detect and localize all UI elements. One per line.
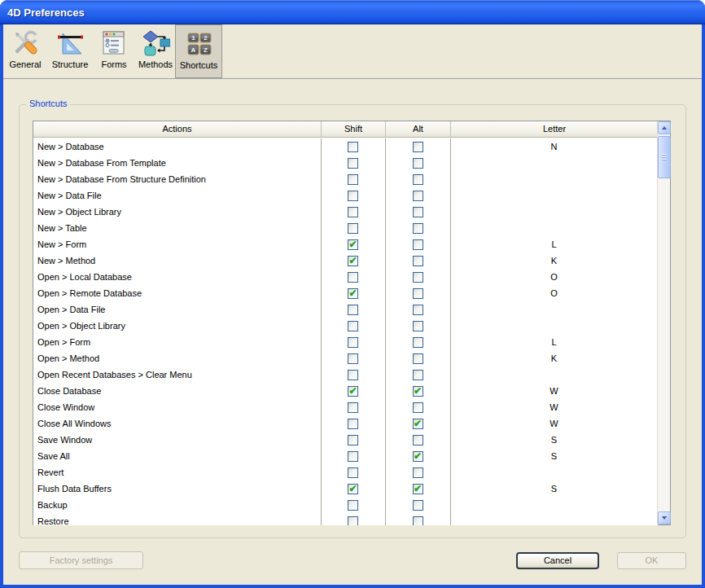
alt-checkbox[interactable] bbox=[413, 158, 423, 169]
table-row[interactable]: New > Form L bbox=[33, 236, 658, 252]
ok-button[interactable]: OK bbox=[617, 552, 686, 569]
table-row[interactable]: New > Database From Template bbox=[33, 155, 658, 171]
scroll-up-button[interactable] bbox=[658, 121, 671, 134]
scrollbar-thumb[interactable] bbox=[658, 136, 671, 178]
column-header-shift[interactable]: Shift bbox=[321, 121, 385, 137]
shift-checkbox[interactable] bbox=[348, 321, 358, 331]
shift-checkbox[interactable] bbox=[348, 288, 358, 299]
row-letter[interactable]: O bbox=[450, 288, 658, 298]
shift-checkbox[interactable] bbox=[348, 402, 358, 413]
shift-checkbox[interactable] bbox=[348, 353, 358, 364]
alt-checkbox[interactable] bbox=[413, 321, 423, 331]
shift-checkbox[interactable] bbox=[348, 419, 358, 429]
tab-structure[interactable]: Structure bbox=[46, 24, 94, 78]
row-letter[interactable]: W bbox=[450, 419, 658, 428]
alt-checkbox[interactable] bbox=[413, 272, 423, 283]
row-letter[interactable]: N bbox=[450, 142, 658, 151]
shift-checkbox[interactable] bbox=[348, 239, 358, 250]
table-row[interactable]: New > Data File bbox=[33, 187, 658, 204]
table-row[interactable]: New > Table bbox=[33, 220, 658, 236]
alt-checkbox[interactable] bbox=[413, 484, 423, 494]
row-letter[interactable]: L bbox=[450, 239, 658, 249]
alt-checkbox[interactable] bbox=[413, 353, 423, 364]
shift-checkbox[interactable] bbox=[348, 142, 358, 152]
table-row[interactable]: Flush Data Buffers S bbox=[33, 480, 658, 497]
table-row[interactable]: Close All Windows W bbox=[33, 415, 658, 432]
table-row[interactable]: Save All S bbox=[33, 448, 658, 464]
shift-checkbox[interactable] bbox=[348, 370, 358, 380]
row-letter[interactable]: S bbox=[450, 451, 658, 461]
shift-checkbox[interactable] bbox=[348, 386, 358, 397]
alt-checkbox[interactable] bbox=[413, 370, 423, 380]
table-row[interactable]: Open > Remote Database O bbox=[33, 285, 658, 301]
alt-checkbox[interactable] bbox=[413, 223, 423, 234]
shift-checkbox[interactable] bbox=[348, 484, 358, 494]
alt-checkbox[interactable] bbox=[413, 467, 423, 478]
table-row[interactable]: Restore bbox=[33, 513, 658, 525]
row-letter[interactable]: K bbox=[450, 353, 658, 363]
tab-methods[interactable]: Methods bbox=[134, 24, 177, 78]
table-row[interactable]: Open > Local Database O bbox=[33, 269, 658, 285]
table-row[interactable]: New > Database From Structure Definition bbox=[33, 171, 658, 187]
shift-checkbox[interactable] bbox=[348, 516, 358, 526]
alt-checkbox[interactable] bbox=[413, 516, 423, 526]
row-letter[interactable]: S bbox=[450, 435, 658, 445]
table-row[interactable]: Open > Data File bbox=[33, 301, 658, 318]
table-row[interactable]: Open > Object Library bbox=[33, 318, 658, 334]
alt-checkbox[interactable] bbox=[413, 500, 423, 511]
shift-checkbox[interactable] bbox=[348, 256, 358, 266]
alt-checkbox[interactable] bbox=[413, 191, 423, 201]
alt-checkbox[interactable] bbox=[413, 142, 423, 152]
alt-checkbox[interactable] bbox=[413, 174, 423, 185]
shift-checkbox[interactable] bbox=[348, 158, 358, 169]
table-row[interactable]: Close Database W bbox=[33, 383, 658, 399]
table-row[interactable]: Open > Form L bbox=[33, 334, 658, 350]
column-header-alt[interactable]: Alt bbox=[385, 121, 450, 137]
shift-checkbox[interactable] bbox=[348, 435, 358, 445]
row-letter[interactable]: W bbox=[450, 386, 658, 396]
alt-checkbox[interactable] bbox=[413, 337, 423, 348]
scroll-down-button[interactable] bbox=[658, 511, 671, 524]
alt-checkbox[interactable] bbox=[413, 451, 423, 462]
row-letter[interactable]: W bbox=[450, 402, 658, 412]
alt-checkbox[interactable] bbox=[413, 305, 423, 315]
row-letter[interactable]: O bbox=[450, 272, 658, 282]
table-row[interactable]: Backup bbox=[33, 497, 658, 513]
shift-checkbox[interactable] bbox=[348, 223, 358, 234]
vertical-scrollbar[interactable] bbox=[657, 121, 670, 524]
shift-checkbox[interactable] bbox=[348, 305, 358, 315]
shift-checkbox[interactable] bbox=[348, 191, 358, 201]
row-letter[interactable]: S bbox=[450, 484, 658, 494]
alt-checkbox[interactable] bbox=[413, 402, 423, 413]
table-row[interactable]: New > Database N bbox=[33, 138, 658, 155]
table-row[interactable]: Revert bbox=[33, 464, 658, 480]
table-row[interactable]: Open > Method K bbox=[33, 350, 658, 366]
shift-checkbox[interactable] bbox=[348, 207, 358, 217]
shift-checkbox[interactable] bbox=[348, 272, 358, 283]
row-letter[interactable]: L bbox=[450, 337, 658, 347]
alt-checkbox[interactable] bbox=[413, 239, 423, 250]
tab-general[interactable]: General bbox=[7, 24, 44, 78]
row-letter[interactable]: K bbox=[450, 256, 658, 265]
table-row[interactable]: New > Method K bbox=[33, 252, 658, 269]
factory-settings-button[interactable]: Factory settings bbox=[19, 551, 143, 569]
shift-checkbox[interactable] bbox=[348, 467, 358, 478]
table-row[interactable]: Open Recent Databases > Clear Menu bbox=[33, 366, 658, 383]
alt-checkbox[interactable] bbox=[413, 419, 423, 429]
alt-checkbox[interactable] bbox=[413, 207, 423, 217]
alt-checkbox[interactable] bbox=[413, 435, 423, 445]
tab-forms[interactable]: Forms bbox=[96, 24, 132, 78]
shift-checkbox[interactable] bbox=[348, 451, 358, 462]
column-header-actions[interactable]: Actions bbox=[33, 121, 321, 137]
table-row[interactable]: Save Window S bbox=[33, 432, 658, 448]
tab-shortcuts[interactable]: 1 2 A Z Shortcuts bbox=[175, 24, 222, 78]
shift-checkbox[interactable] bbox=[348, 500, 358, 511]
titlebar[interactable]: 4D Preferences bbox=[0, 0, 705, 24]
shift-checkbox[interactable] bbox=[348, 337, 358, 348]
alt-checkbox[interactable] bbox=[413, 288, 423, 299]
cancel-button[interactable]: Cancel bbox=[516, 552, 599, 569]
alt-checkbox[interactable] bbox=[413, 256, 423, 266]
table-row[interactable]: Close Window W bbox=[33, 399, 658, 415]
shift-checkbox[interactable] bbox=[348, 174, 358, 185]
table-row[interactable]: New > Object Library bbox=[33, 204, 658, 220]
